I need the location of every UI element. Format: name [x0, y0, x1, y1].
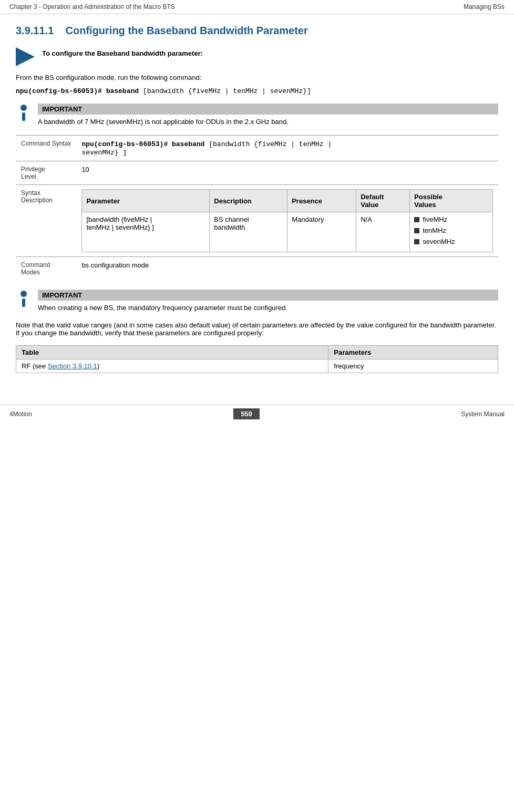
syntax-description-row: SyntaxDescription Parameter Description … [16, 185, 498, 257]
col-possible-values: PossibleValues [410, 190, 493, 212]
footer-right: System Manual [461, 410, 505, 418]
param-name: [bandwidth {fiveMHz |tenMHz | sevenMHz} … [82, 212, 210, 252]
important-content-1: IMPORTANT A bandwidth of 7 MHz (sevenMHz… [38, 104, 498, 127]
important-text-2: When creating a new BS, the mandatory fr… [38, 303, 498, 313]
svg-point-1 [20, 105, 27, 111]
command-syntax-bold: npu(config-bs-66053)# baseband [81, 140, 204, 148]
section-title: Configuring the Baseband Bandwidth Param… [66, 25, 308, 36]
possible-value-tenmhz: tenMHz [414, 227, 488, 234]
intro-text: From the BS configuration mode, run the … [16, 74, 201, 81]
info-icon-1 [16, 104, 32, 124]
privilege-level-label: PrivilegeLevel [16, 161, 76, 185]
svg-rect-4 [22, 299, 25, 307]
ref-link[interactable]: Section 3.9.10.1 [48, 362, 97, 370]
param-possible-values: fiveMHz tenMHz sevenMHz [410, 212, 493, 252]
main-content: 3.9.11.1 Configuring the Baseband Bandwi… [0, 14, 514, 389]
command-bold: npu(config-bs-66053)# baseband [16, 87, 139, 95]
instruction-block: To configure the Baseband bandwidth para… [16, 46, 498, 66]
footer-left: 4Motion [9, 410, 32, 418]
svg-rect-2 [22, 112, 25, 121]
intro-paragraph: From the BS configuration mode, run the … [16, 74, 498, 81]
col-default-value: DefaultValue [356, 190, 410, 212]
bullet-icon [414, 239, 419, 244]
param-row-bandwidth: [bandwidth {fiveMHz |tenMHz | sevenMHz} … [82, 212, 493, 252]
command-modes-label: CommandModes [16, 257, 76, 281]
section-heading: 3.9.11.1 Configuring the Baseband Bandwi… [16, 25, 498, 37]
important-text-1: A bandwidth of 7 MHz (sevenMHz) is not a… [38, 117, 498, 127]
col-presence: Presence [287, 190, 356, 212]
possible-value-sevenmhz: sevenMHz [414, 238, 488, 245]
col-description: Description [210, 190, 287, 212]
header-right: Managing BSs [464, 3, 505, 11]
syntax-description-value: Parameter Description Presence DefaultVa… [76, 185, 498, 257]
syntax-description-label: SyntaxDescription [16, 185, 76, 257]
command-syntax-label: Command Syntax [16, 136, 76, 161]
param-presence: Mandatory [287, 212, 356, 252]
arrow-icon [16, 47, 35, 66]
parameter-table: Parameter Description Presence DefaultVa… [81, 189, 493, 252]
page-header: Chapter 3 - Operation and Administration… [0, 0, 514, 14]
important-box-2: IMPORTANT When creating a new BS, the ma… [16, 290, 498, 313]
param-table-header-row: Parameter Description Presence DefaultVa… [82, 190, 493, 212]
instruction-text: To configure the Baseband bandwidth para… [42, 46, 203, 57]
bullet-icon [414, 228, 419, 233]
ref-cell-table: RF (see Section 3.9.10.1) [16, 359, 328, 373]
privilege-level-value: 10 [76, 161, 498, 185]
page-footer: 4Motion 559 System Manual [0, 405, 514, 423]
svg-marker-0 [16, 47, 35, 66]
footer-center: 559 [233, 408, 260, 419]
command-display: npu(config-bs-66053)# baseband [bandwidt… [16, 87, 498, 95]
ref-table-header: Table Parameters [16, 346, 498, 359]
definition-table: Command Syntax npu(config-bs-66053)# bas… [16, 135, 498, 280]
command-syntax-row: Command Syntax npu(config-bs-66053)# bas… [16, 136, 498, 161]
bullet-icon [414, 217, 419, 222]
important-header-2: IMPORTANT [38, 290, 498, 301]
param-description: BS channelbandwidth [210, 212, 287, 252]
ref-col-parameters: Parameters [328, 346, 498, 359]
important-header-1: IMPORTANT [38, 104, 498, 115]
ref-row-rf: RF (see Section 3.9.10.1) frequency [16, 359, 498, 373]
header-left: Chapter 3 - Operation and Administration… [9, 3, 175, 11]
col-parameter: Parameter [82, 190, 210, 212]
ref-cell-parameters: frequency [328, 359, 498, 373]
reference-table: Table Parameters RF (see Section 3.9.10.… [16, 345, 498, 373]
note-paragraph: Note that the valid value ranges (and in… [16, 321, 498, 337]
command-normal: [bandwidth {fiveMHz | tenMHz | sevenMHz}… [139, 87, 311, 95]
ref-col-table: Table [16, 346, 328, 359]
important-box-1: IMPORTANT A bandwidth of 7 MHz (sevenMHz… [16, 104, 498, 127]
command-modes-row: CommandModes bs configuration mode [16, 257, 498, 281]
possible-value-fivemhz: fiveMHz [414, 215, 488, 223]
privilege-level-row: PrivilegeLevel 10 [16, 161, 498, 185]
command-modes-value: bs configuration mode [76, 257, 498, 281]
important-content-2: IMPORTANT When creating a new BS, the ma… [38, 290, 498, 313]
param-default: N/A [356, 212, 410, 252]
command-syntax-value: npu(config-bs-66053)# baseband [bandwidt… [76, 136, 498, 161]
info-icon-2 [16, 290, 32, 310]
section-number: 3.9.11.1 [16, 25, 54, 36]
svg-point-3 [20, 291, 27, 297]
